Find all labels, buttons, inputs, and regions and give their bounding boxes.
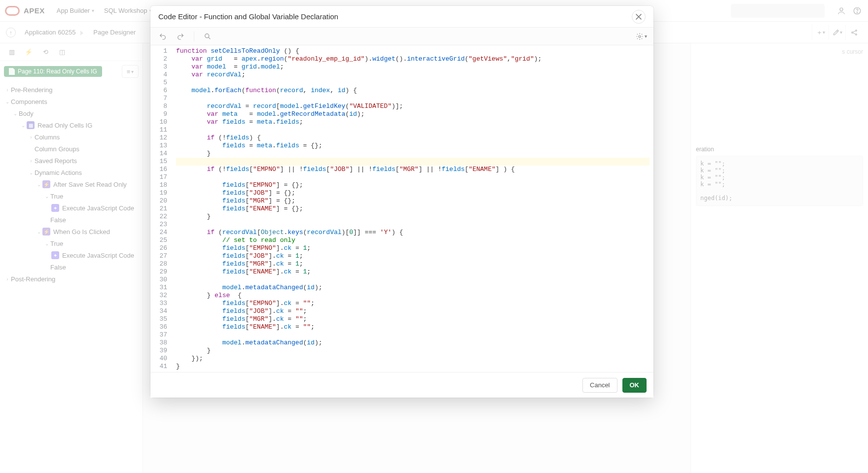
code-area[interactable]: function setCellsToReadOnly () { var gri… [172, 45, 653, 372]
svg-point-6 [205, 34, 209, 37]
search-icon [204, 33, 212, 40]
ok-button[interactable]: OK [622, 378, 647, 393]
modal-footer: Cancel OK [150, 372, 653, 398]
close-button[interactable] [632, 10, 646, 24]
line-gutter: 1234567891011121314151617181920212223242… [150, 45, 172, 372]
redo-button[interactable] [173, 30, 188, 43]
find-button[interactable] [200, 30, 215, 43]
undo-icon [159, 33, 167, 40]
close-icon [636, 14, 642, 20]
gear-icon [636, 33, 644, 40]
undo-button[interactable] [155, 30, 170, 43]
settings-button[interactable]: ▾ [634, 30, 649, 43]
code-editor[interactable]: 1234567891011121314151617181920212223242… [150, 45, 653, 372]
modal-header: Code Editor - Function and Global Variab… [150, 6, 653, 28]
redo-icon [177, 33, 184, 40]
modal-title: Code Editor - Function and Global Variab… [158, 12, 338, 21]
code-editor-modal: Code Editor - Function and Global Variab… [150, 6, 653, 398]
editor-toolbar: ▾ [150, 28, 653, 45]
svg-point-7 [639, 35, 641, 37]
cancel-button[interactable]: Cancel [582, 378, 617, 393]
